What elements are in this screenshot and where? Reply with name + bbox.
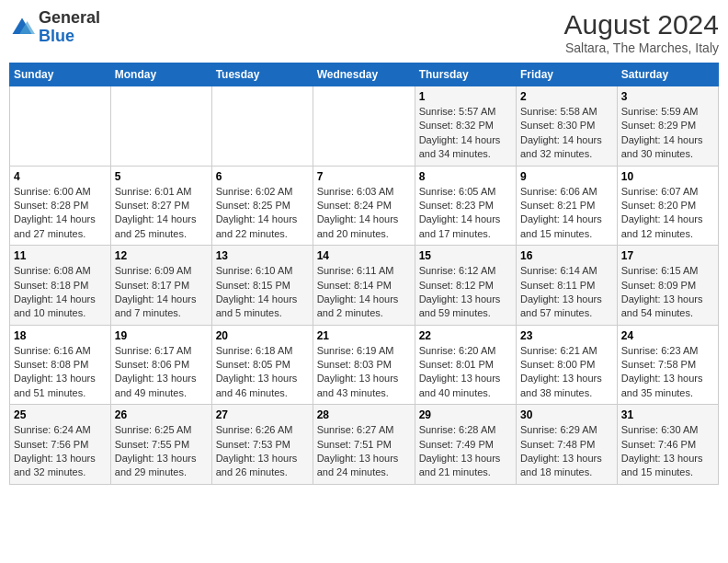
day-info: Sunrise: 6:10 AM Sunset: 8:15 PM Dayligh… [216, 264, 309, 321]
day-number: 17 [621, 249, 714, 262]
weekday-header: Wednesday [313, 63, 415, 86]
day-number: 30 [520, 408, 613, 421]
logo: GeneralBlue [9, 9, 100, 46]
calendar-cell: 12Sunrise: 6:09 AM Sunset: 8:17 PM Dayli… [110, 246, 211, 326]
weekday-header: Friday [517, 63, 618, 86]
day-info: Sunrise: 6:26 AM Sunset: 7:53 PM Dayligh… [216, 423, 309, 480]
day-number: 11 [14, 249, 107, 262]
calendar-cell: 18Sunrise: 6:16 AM Sunset: 8:08 PM Dayli… [10, 325, 111, 405]
day-info: Sunrise: 6:18 AM Sunset: 8:05 PM Dayligh… [216, 344, 309, 401]
day-number: 31 [621, 408, 714, 421]
calendar-cell: 25Sunrise: 6:24 AM Sunset: 7:56 PM Dayli… [10, 405, 111, 485]
calendar-cell: 28Sunrise: 6:27 AM Sunset: 7:51 PM Dayli… [313, 405, 415, 485]
day-number: 3 [621, 90, 714, 103]
calendar-cell: 2Sunrise: 5:58 AM Sunset: 8:30 PM Daylig… [517, 86, 618, 167]
calendar-cell: 15Sunrise: 6:12 AM Sunset: 8:12 PM Dayli… [415, 246, 516, 326]
calendar-cell: 4Sunrise: 6:00 AM Sunset: 8:28 PM Daylig… [10, 166, 111, 246]
day-number: 22 [419, 329, 512, 342]
day-info: Sunrise: 6:27 AM Sunset: 7:51 PM Dayligh… [317, 423, 411, 480]
calendar-week-row: 25Sunrise: 6:24 AM Sunset: 7:56 PM Dayli… [10, 405, 719, 485]
calendar-week-row: 18Sunrise: 6:16 AM Sunset: 8:08 PM Dayli… [10, 325, 719, 405]
day-number: 21 [317, 329, 411, 342]
calendar-cell [110, 86, 211, 167]
calendar-cell: 23Sunrise: 6:21 AM Sunset: 8:00 PM Dayli… [517, 325, 618, 405]
day-number: 27 [216, 408, 309, 421]
day-info: Sunrise: 6:12 AM Sunset: 8:12 PM Dayligh… [419, 264, 512, 321]
calendar-cell [313, 86, 415, 167]
day-number: 10 [621, 170, 714, 183]
day-info: Sunrise: 6:19 AM Sunset: 8:03 PM Dayligh… [317, 344, 411, 401]
day-info: Sunrise: 6:00 AM Sunset: 8:28 PM Dayligh… [14, 185, 107, 242]
day-number: 14 [317, 249, 411, 262]
calendar-week-row: 1Sunrise: 5:57 AM Sunset: 8:32 PM Daylig… [10, 86, 719, 167]
day-number: 2 [520, 90, 613, 103]
day-number: 15 [419, 249, 512, 262]
day-info: Sunrise: 6:07 AM Sunset: 8:20 PM Dayligh… [621, 185, 714, 242]
day-number: 13 [216, 249, 309, 262]
day-number: 24 [621, 329, 714, 342]
calendar-cell: 22Sunrise: 6:20 AM Sunset: 8:01 PM Dayli… [415, 325, 516, 405]
calendar-cell: 1Sunrise: 5:57 AM Sunset: 8:32 PM Daylig… [415, 86, 516, 167]
logo-text: GeneralBlue [39, 9, 100, 46]
day-info: Sunrise: 5:58 AM Sunset: 8:30 PM Dayligh… [520, 105, 613, 162]
day-info: Sunrise: 6:29 AM Sunset: 7:48 PM Dayligh… [520, 423, 613, 480]
day-info: Sunrise: 6:08 AM Sunset: 8:18 PM Dayligh… [14, 264, 107, 321]
day-info: Sunrise: 6:01 AM Sunset: 8:27 PM Dayligh… [115, 185, 208, 242]
calendar-cell: 3Sunrise: 5:59 AM Sunset: 8:29 PM Daylig… [617, 86, 718, 167]
calendar-cell: 5Sunrise: 6:01 AM Sunset: 8:27 PM Daylig… [110, 166, 211, 246]
day-info: Sunrise: 6:14 AM Sunset: 8:11 PM Dayligh… [520, 264, 613, 321]
calendar-cell: 21Sunrise: 6:19 AM Sunset: 8:03 PM Dayli… [313, 325, 415, 405]
day-number: 29 [419, 408, 512, 421]
page-header: GeneralBlue August 2024 Saltara, The Mar… [9, 9, 719, 55]
calendar-cell: 19Sunrise: 6:17 AM Sunset: 8:06 PM Dayli… [110, 325, 211, 405]
main-title: August 2024 [564, 9, 719, 40]
calendar-cell: 6Sunrise: 6:02 AM Sunset: 8:25 PM Daylig… [211, 166, 313, 246]
day-info: Sunrise: 6:28 AM Sunset: 7:49 PM Dayligh… [419, 423, 512, 480]
calendar-cell: 30Sunrise: 6:29 AM Sunset: 7:48 PM Dayli… [517, 405, 618, 485]
day-info: Sunrise: 5:59 AM Sunset: 8:29 PM Dayligh… [621, 105, 714, 162]
day-number: 9 [520, 170, 613, 183]
logo-icon [9, 15, 35, 40]
calendar-header: SundayMondayTuesdayWednesdayThursdayFrid… [10, 63, 719, 86]
calendar-cell: 20Sunrise: 6:18 AM Sunset: 8:05 PM Dayli… [211, 325, 313, 405]
day-info: Sunrise: 5:57 AM Sunset: 8:32 PM Dayligh… [419, 105, 512, 162]
calendar-cell: 29Sunrise: 6:28 AM Sunset: 7:49 PM Dayli… [415, 405, 516, 485]
day-number: 20 [216, 329, 309, 342]
day-info: Sunrise: 6:15 AM Sunset: 8:09 PM Dayligh… [621, 264, 714, 321]
title-block: August 2024 Saltara, The Marches, Italy [564, 9, 719, 55]
calendar-cell: 16Sunrise: 6:14 AM Sunset: 8:11 PM Dayli… [517, 246, 618, 326]
day-number: 25 [14, 408, 107, 421]
day-info: Sunrise: 6:23 AM Sunset: 7:58 PM Dayligh… [621, 344, 714, 401]
calendar-cell [211, 86, 313, 167]
day-info: Sunrise: 6:11 AM Sunset: 8:14 PM Dayligh… [317, 264, 411, 321]
day-number: 5 [115, 170, 208, 183]
day-info: Sunrise: 6:16 AM Sunset: 8:08 PM Dayligh… [14, 344, 107, 401]
day-number: 1 [419, 90, 512, 103]
day-info: Sunrise: 6:25 AM Sunset: 7:55 PM Dayligh… [115, 423, 208, 480]
day-number: 16 [520, 249, 613, 262]
day-number: 4 [14, 170, 107, 183]
calendar-week-row: 4Sunrise: 6:00 AM Sunset: 8:28 PM Daylig… [10, 166, 719, 246]
calendar-cell: 27Sunrise: 6:26 AM Sunset: 7:53 PM Dayli… [211, 405, 313, 485]
weekday-header: Monday [110, 63, 211, 86]
day-info: Sunrise: 6:09 AM Sunset: 8:17 PM Dayligh… [115, 264, 208, 321]
day-info: Sunrise: 6:05 AM Sunset: 8:23 PM Dayligh… [419, 185, 512, 242]
day-number: 26 [115, 408, 208, 421]
calendar-cell: 10Sunrise: 6:07 AM Sunset: 8:20 PM Dayli… [617, 166, 718, 246]
calendar-cell: 24Sunrise: 6:23 AM Sunset: 7:58 PM Dayli… [617, 325, 718, 405]
day-number: 23 [520, 329, 613, 342]
weekday-header: Tuesday [211, 63, 313, 86]
calendar-cell [10, 86, 111, 167]
calendar-table: SundayMondayTuesdayWednesdayThursdayFrid… [9, 63, 719, 485]
calendar-cell: 8Sunrise: 6:05 AM Sunset: 8:23 PM Daylig… [415, 166, 516, 246]
calendar-cell: 26Sunrise: 6:25 AM Sunset: 7:55 PM Dayli… [110, 405, 211, 485]
day-info: Sunrise: 6:17 AM Sunset: 8:06 PM Dayligh… [115, 344, 208, 401]
calendar-cell: 9Sunrise: 6:06 AM Sunset: 8:21 PM Daylig… [517, 166, 618, 246]
day-info: Sunrise: 6:30 AM Sunset: 7:46 PM Dayligh… [621, 423, 714, 480]
calendar-cell: 14Sunrise: 6:11 AM Sunset: 8:14 PM Dayli… [313, 246, 415, 326]
day-info: Sunrise: 6:03 AM Sunset: 8:24 PM Dayligh… [317, 185, 411, 242]
day-info: Sunrise: 6:02 AM Sunset: 8:25 PM Dayligh… [216, 185, 309, 242]
day-number: 12 [115, 249, 208, 262]
calendar-cell: 13Sunrise: 6:10 AM Sunset: 8:15 PM Dayli… [211, 246, 313, 326]
day-info: Sunrise: 6:24 AM Sunset: 7:56 PM Dayligh… [14, 423, 107, 480]
